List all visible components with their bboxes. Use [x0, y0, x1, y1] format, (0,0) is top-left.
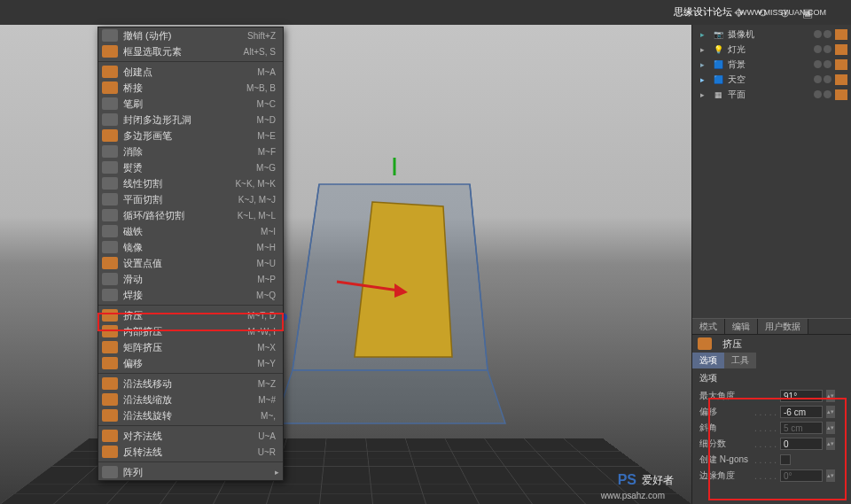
menu-item-shortcut: K~J, M~J: [238, 195, 276, 205]
menu-item[interactable]: 焊接M~Q: [98, 287, 283, 303]
menu-item[interactable]: 桥接M~B, B: [98, 80, 283, 96]
attr-spinner[interactable]: ▴▾: [826, 438, 835, 450]
object-visibility[interactable]: [814, 75, 831, 83]
attributes-panel: 模式 编辑 用户数据 挤压 选项 工具 选项 最大角度. . . . .▴▾偏移…: [692, 318, 851, 504]
object-row[interactable]: ▸ 🟦 天空: [696, 72, 847, 87]
menu-item[interactable]: 反转法线U~R: [98, 444, 283, 460]
attr-spinner[interactable]: ▴▾: [826, 406, 835, 418]
menu-item[interactable]: 熨烫M~G: [98, 159, 283, 175]
object-row[interactable]: ▸ ▦ 平面: [696, 87, 847, 102]
menu-item-label: 磁铁: [123, 225, 261, 238]
attr-subtabs[interactable]: 选项 工具: [692, 353, 851, 368]
extrude-icon: [698, 337, 712, 350]
object-icon: ▸: [696, 28, 708, 41]
tab-mode[interactable]: 模式: [692, 319, 725, 334]
object-tag[interactable]: [835, 74, 847, 85]
svg-marker-2: [275, 370, 505, 423]
menu-item-shortcut: M~X: [257, 343, 276, 353]
attr-checkbox[interactable]: [780, 454, 791, 465]
tab-userdata[interactable]: 用户数据: [758, 319, 808, 334]
menu-item[interactable]: 滑动M~P: [98, 271, 283, 287]
menu-item[interactable]: 沿法线移动M~Z: [98, 376, 283, 392]
menu-item[interactable]: 沿法线缩放M~#: [98, 392, 283, 407]
menu-item[interactable]: 循环/路径切割K~L, M~L: [98, 207, 283, 223]
object-icon: ▸: [696, 74, 708, 86]
menu-item[interactable]: 挤压M~T, D: [98, 307, 283, 323]
menu-item-icon: [102, 97, 118, 110]
menu-item-label: 平面切割: [123, 193, 238, 206]
object-manager[interactable]: ▸ 📷 摄像机 ▸ 💡 灯光 ▸ 🟦 背景 ▸ 🟦 天空 ▸ ▦ 平面: [692, 25, 851, 104]
object-tag[interactable]: [835, 44, 847, 55]
attr-input[interactable]: [780, 390, 823, 402]
menu-item[interactable]: 设置点值M~U: [98, 255, 283, 271]
attr-mode-tabs[interactable]: 模式 编辑 用户数据: [692, 319, 851, 335]
attr-spinner[interactable]: ▴▾: [826, 469, 835, 482]
object-type-icon: ▦: [712, 89, 724, 101]
object-tag[interactable]: [835, 59, 847, 70]
menu-item-icon: [102, 409, 118, 422]
attr-spinner[interactable]: ▴▾: [826, 390, 835, 402]
menu-item-icon: [102, 257, 118, 269]
object-row[interactable]: ▸ 🟦 背景: [696, 57, 847, 72]
object-visibility[interactable]: [814, 45, 831, 53]
menu-item-label: 框显选取元素: [123, 45, 244, 58]
attr-row: 细分数. . . . .▴▾: [699, 436, 844, 452]
menu-item-shortcut: M~U: [257, 259, 276, 268]
menu-item-label: 多边形画笔: [123, 129, 257, 143]
menu-item[interactable]: 创建点M~A: [98, 64, 283, 80]
menu-item[interactable]: 偏移M~Y: [98, 355, 283, 371]
menu-item[interactable]: 阵列: [98, 464, 283, 480]
svg-marker-1: [355, 202, 452, 357]
attr-section: 选项 最大角度. . . . .▴▾偏移. . . . .▴▾斜角. . . .…: [692, 368, 851, 487]
object-icon: ▸: [696, 89, 708, 101]
menu-item[interactable]: 撤销 (动作)Shift+Z: [98, 27, 283, 43]
subtab-tool[interactable]: 工具: [724, 353, 756, 368]
subtab-options[interactable]: 选项: [692, 353, 724, 368]
menu-item[interactable]: 镜像M~H: [98, 239, 283, 255]
attr-input[interactable]: [780, 469, 823, 482]
attr-input[interactable]: [780, 422, 823, 434]
menu-item-icon: [102, 113, 118, 126]
attr-label: 斜角: [699, 422, 751, 434]
object-visibility[interactable]: [814, 30, 831, 38]
object-row[interactable]: ▸ 💡 灯光: [696, 42, 847, 57]
menu-item-label: 偏移: [123, 357, 257, 370]
attr-row: 斜角. . . . .▴▾: [699, 420, 844, 436]
attr-input[interactable]: [780, 406, 823, 418]
menu-item[interactable]: 消除M~F: [98, 143, 283, 159]
menu-item-shortcut: M~Q: [256, 291, 276, 300]
object-visibility[interactable]: [814, 90, 831, 98]
menu-item-label: 笔刷: [123, 97, 257, 111]
object-tag[interactable]: [835, 29, 847, 40]
menu-item[interactable]: 多边形画笔M~E: [98, 128, 283, 143]
menu-item[interactable]: 平面切割K~J, M~J: [98, 191, 283, 207]
menu-item[interactable]: 框显选取元素Alt+S, S: [98, 43, 283, 59]
menu-item-shortcut: M~#: [258, 395, 276, 405]
attr-input[interactable]: [780, 438, 823, 450]
object-type-icon: 💡: [712, 43, 724, 56]
object-tag[interactable]: [835, 89, 847, 100]
menu-item[interactable]: 沿法线旋转M~,: [98, 407, 283, 423]
menu-item[interactable]: 矩阵挤压M~X: [98, 339, 283, 355]
menu-item-icon: [102, 177, 118, 190]
menu-item[interactable]: 笔刷M~C: [98, 96, 283, 112]
menu-item[interactable]: 内部挤压M~W, I: [98, 323, 283, 339]
attr-spinner[interactable]: ▴▾: [826, 422, 835, 434]
menu-item-icon: [102, 45, 118, 58]
object-row[interactable]: ▸ 📷 摄像机: [696, 27, 847, 42]
attr-label: 创建 N-gons: [699, 454, 751, 466]
menu-item-icon: [102, 225, 118, 237]
menu-item-icon: [102, 289, 118, 301]
object-visibility[interactable]: [814, 60, 831, 68]
menu-item-icon: [102, 66, 118, 78]
menu-item-label: 焊接: [123, 289, 256, 302]
context-menu[interactable]: 撤销 (动作)Shift+Z框显选取元素Alt+S, S创建点M~A桥接M~B,…: [98, 27, 284, 481]
menu-item[interactable]: 封闭多边形孔洞M~D: [98, 112, 283, 128]
tab-edit[interactable]: 编辑: [725, 319, 758, 334]
menu-item[interactable]: 线性切割K~K, M~K: [98, 175, 283, 191]
menu-item-shortcut: M~H: [257, 243, 276, 252]
menu-item-label: 镜像: [123, 241, 257, 254]
menu-item[interactable]: 对齐法线U~A: [98, 428, 283, 444]
menu-item-shortcut: M~C: [257, 99, 276, 109]
menu-item[interactable]: 磁铁M~I: [98, 223, 283, 239]
